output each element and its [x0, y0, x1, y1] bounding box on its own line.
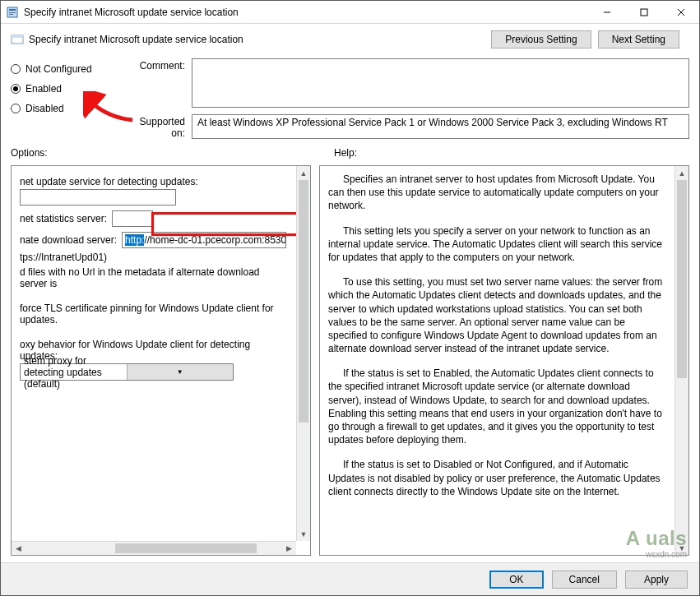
- section-labels: Options: Help:: [1, 139, 699, 160]
- options-pane: net update service for detecting updates…: [11, 165, 311, 556]
- svg-rect-1: [9, 9, 16, 11]
- chevron-down-icon: ▼: [127, 364, 234, 380]
- state-radio-group: Not Configured Enabled Disabled: [11, 58, 126, 139]
- ok-button[interactable]: OK: [489, 571, 543, 589]
- svg-rect-2: [9, 12, 16, 13]
- opt-tls-label: force TLS certificate pinning for Window…: [20, 303, 286, 326]
- minimize-button[interactable]: [588, 1, 625, 23]
- radio-icon: [11, 104, 21, 113]
- policy-dialog: Specify intranet Microsoft update servic…: [0, 0, 700, 596]
- radio-label: Disabled: [25, 103, 64, 114]
- supported-text: At least Windows XP Professional Service…: [192, 114, 689, 139]
- radio-label: Enabled: [25, 83, 62, 95]
- apply-button[interactable]: Apply: [625, 571, 688, 589]
- help-section-label: Help:: [334, 147, 357, 159]
- policy-header-title: Specify intranet Microsoft update servic…: [29, 34, 243, 45]
- previous-setting-button[interactable]: Previous Setting: [491, 30, 591, 49]
- radio-enabled[interactable]: Enabled: [11, 83, 126, 95]
- opt-nourl-label: d files with no Url in the metadata if a…: [20, 266, 286, 289]
- help-paragraph: To use this setting, you must set two se…: [328, 275, 665, 355]
- proxy-behavior-dropdown[interactable]: stem proxy for detecting updates (defaul…: [20, 363, 234, 381]
- proxy-dropdown-value: stem proxy for detecting updates (defaul…: [21, 355, 127, 390]
- config-area: Not Configured Enabled Disabled Comment:…: [1, 52, 699, 139]
- svg-rect-9: [12, 35, 23, 38]
- scroll-down-icon[interactable]: ▼: [675, 541, 688, 555]
- button-bar: OK Cancel Apply: [1, 562, 699, 595]
- options-vscrollbar[interactable]: ▲ ▼: [296, 166, 310, 541]
- svg-rect-5: [641, 9, 647, 16]
- comment-textarea[interactable]: [192, 58, 689, 108]
- scroll-up-icon[interactable]: ▲: [297, 166, 310, 180]
- split-panes: net update service for detecting updates…: [1, 160, 699, 562]
- next-setting-button[interactable]: Next Setting: [598, 30, 679, 49]
- opt-detect-label: net update service for detecting updates…: [20, 176, 286, 187]
- stats-url-input[interactable]: [112, 210, 153, 227]
- options-section-label: Options:: [11, 147, 319, 159]
- alt-url-selection: http:: [125, 234, 144, 246]
- alt-url-rest: //home-dc-01.pcecorp.com:8530/te: [144, 234, 286, 246]
- alternate-download-input[interactable]: http://home-dc-01.pcecorp.com:8530/te: [122, 232, 286, 248]
- help-paragraph: If the status is set to Enabled, the Aut…: [328, 367, 665, 446]
- supported-label: Supported on:: [126, 114, 192, 139]
- radio-not-configured[interactable]: Not Configured: [11, 63, 126, 75]
- scroll-down-icon[interactable]: ▼: [297, 527, 310, 541]
- example-text: tps://IntranetUpd01): [20, 252, 286, 263]
- comment-label: Comment:: [126, 58, 192, 108]
- svg-rect-3: [9, 14, 13, 15]
- options-hscrollbar[interactable]: ◀ ▶: [12, 541, 296, 555]
- help-paragraph: Specifies an intranet server to host upd…: [328, 173, 665, 213]
- radio-icon: [11, 64, 21, 74]
- policy-icon: [6, 6, 19, 19]
- help-paragraph: If the status is set to Disabled or Not …: [328, 458, 665, 498]
- window-controls: [588, 1, 699, 23]
- cancel-button[interactable]: Cancel: [552, 571, 617, 589]
- opt-stats-label: net statistics server:: [20, 213, 107, 224]
- help-paragraph: This setting lets you specify a server o…: [328, 224, 665, 265]
- titlebar: Specify intranet Microsoft update servic…: [1, 1, 699, 24]
- maximize-button[interactable]: [625, 1, 662, 23]
- radio-disabled[interactable]: Disabled: [11, 103, 126, 114]
- policy-header-icon: [11, 33, 24, 46]
- scroll-up-icon[interactable]: ▲: [675, 166, 688, 180]
- detect-url-input[interactable]: [20, 189, 176, 206]
- window-title: Specify intranet Microsoft update servic…: [24, 7, 588, 18]
- scroll-left-icon[interactable]: ◀: [12, 544, 25, 552]
- scroll-right-icon[interactable]: ▶: [282, 544, 296, 552]
- radio-label: Not Configured: [25, 63, 92, 75]
- help-pane: Specifies an intranet server to host upd…: [319, 165, 689, 556]
- policy-header: Specify intranet Microsoft update servic…: [1, 24, 699, 52]
- opt-altdl-label: nate download server:: [20, 234, 117, 246]
- close-button[interactable]: [662, 1, 699, 23]
- help-vscrollbar[interactable]: ▲ ▼: [675, 166, 688, 555]
- radio-icon: [11, 84, 21, 94]
